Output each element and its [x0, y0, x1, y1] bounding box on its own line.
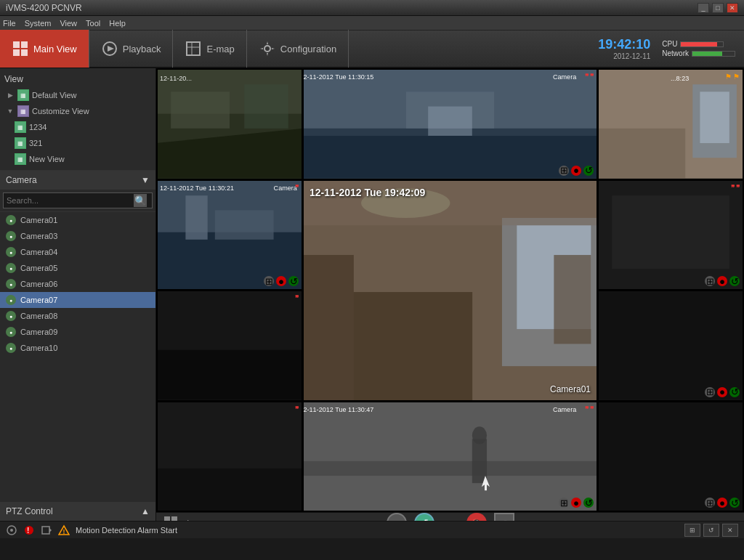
stop-all-button[interactable]: ■	[387, 513, 407, 521]
screenshot-btn-r3c3[interactable]: ⊞	[705, 387, 715, 397]
refresh-btn-r2c1[interactable]: ↺	[288, 276, 299, 286]
r4c2-controls: ⊞ ● ↺	[559, 498, 594, 508]
tree-item-customize-view[interactable]: ▼ ▦ Customize View	[3, 103, 153, 119]
minimize-button[interactable]: _	[698, 3, 709, 13]
svg-rect-60	[164, 516, 170, 521]
stop-btn-r3c3[interactable]: ●	[717, 387, 727, 397]
camera-item-Camera09[interactable]: ● Camera09	[0, 324, 155, 340]
ptz-section[interactable]: PTZ Control ▲	[0, 502, 155, 521]
camera-cell-r3c1[interactable]: ❞	[157, 291, 302, 401]
refresh-btn-r4c2[interactable]: ↺	[583, 498, 594, 508]
main-view-icon	[12, 40, 29, 57]
screenshot-btn-r4c3[interactable]: ⊞	[705, 498, 715, 508]
camera-cell-r3c3[interactable]: ⊞ ● ↺	[598, 291, 743, 401]
status-btn-2[interactable]: ↺	[703, 524, 719, 537]
refresh-btn-r2c3[interactable]: ↺	[729, 276, 740, 286]
dropdown-arrow-button[interactable]: ▼	[442, 514, 459, 521]
stop-btn-r2c3[interactable]: ●	[717, 276, 727, 286]
screenshot-btn-r4c2[interactable]: ⊞	[559, 498, 569, 508]
bottom-toolbar: ▶ ■ ↺ ▼ 🔇 ⤢	[156, 512, 744, 521]
close-button[interactable]: ✕	[727, 3, 738, 13]
refresh-all-button[interactable]: ↺	[414, 513, 434, 521]
tree-item-new-view[interactable]: ▦ New View	[12, 151, 153, 167]
mute-button[interactable]: 🔇	[466, 513, 487, 521]
new-view-label: New View	[29, 155, 65, 163]
camera-item-Camera10[interactable]: ● Camera10	[0, 340, 155, 356]
next-button[interactable]: ▶	[182, 514, 200, 521]
alarm-q2-icon-r1c2: ❞	[590, 73, 594, 81]
camera-cell-r4c1[interactable]: ❞	[157, 402, 302, 512]
camera-icon-Camera06: ●	[6, 279, 16, 289]
menu-view[interactable]: View	[60, 19, 77, 28]
menu-help[interactable]: Help	[109, 19, 126, 28]
menu-file[interactable]: File	[3, 19, 16, 28]
screenshot-btn-r1c2[interactable]: ⊞	[559, 166, 569, 176]
view-1234-icon: ▦	[15, 121, 26, 133]
svg-rect-3	[21, 49, 28, 56]
stop-btn-r4c3[interactable]: ●	[717, 498, 727, 508]
nav-playback[interactable]: Playback	[89, 30, 174, 68]
refresh-btn-r1c2[interactable]: ↺	[583, 166, 594, 176]
camera-label-Camera05: Camera05	[20, 264, 57, 272]
camera-section: Camera ▼ 🔍	[0, 171, 155, 212]
tree-item-321[interactable]: ▦ 321	[12, 135, 153, 151]
status-btn-1[interactable]: ⊞	[684, 524, 700, 537]
camera-cell-r1c3[interactable]: ...8:23 ⚑ ⚑	[598, 69, 743, 179]
stop-btn-r4c2[interactable]: ●	[571, 498, 581, 508]
camera-section-header[interactable]: Camera ▼	[0, 171, 155, 190]
camera-search-button[interactable]: 🔍	[134, 194, 147, 207]
svg-rect-45	[612, 195, 729, 269]
nav-configuration[interactable]: Configuration	[247, 30, 349, 68]
view-section-title: View	[3, 71, 153, 87]
nav-main-view[interactable]: Main View	[0, 30, 89, 68]
camera-search-input[interactable]	[3, 192, 153, 208]
camera-cell-large[interactable]: 12-11-2012 Tue 19:42:09 Camera01	[303, 180, 597, 401]
svg-rect-2	[13, 49, 20, 56]
svg-rect-0	[13, 41, 20, 48]
camera-item-Camera07[interactable]: ● Camera07	[0, 292, 155, 308]
camera-item-Camera06[interactable]: ● Camera06	[0, 276, 155, 292]
svg-rect-32	[215, 210, 274, 239]
svg-point-65	[10, 529, 13, 532]
alarm-icon-r2c3: ❞	[731, 184, 735, 192]
restore-button[interactable]: □	[712, 3, 724, 13]
svg-rect-50	[158, 468, 302, 511]
camera-item-Camera03[interactable]: ● Camera03	[0, 228, 155, 244]
search-wrap: 🔍	[3, 192, 153, 208]
menu-system[interactable]: System	[25, 19, 52, 28]
stop-btn-r2c1[interactable]: ●	[276, 276, 286, 286]
new-view-icon: ▦	[15, 153, 26, 165]
svg-rect-59	[599, 402, 743, 511]
alarm-icon-r3c1: ❞	[295, 294, 299, 302]
camera-item-Camera08[interactable]: ● Camera08	[0, 308, 155, 324]
nav-emap[interactable]: E-map	[173, 30, 246, 68]
camera-cell-r4c2[interactable]: 12-11-2012 Tue 11:30:47 Camera ❞ ❞ ⊞ ● ↺	[303, 402, 597, 512]
screenshot-btn-r2c1[interactable]: ⊞	[264, 276, 274, 286]
camera-cell-r1c1[interactable]: 12-11-20...	[157, 69, 302, 179]
camera-item-Camera01[interactable]: ● Camera01	[0, 212, 155, 228]
camera-cell-r1c2[interactable]: 12-11-2012 Tue 11:30:15 Camera ❞ ❞ ⊞ ● ↺	[303, 69, 597, 179]
stop-btn-r1c2[interactable]: ●	[571, 166, 581, 176]
tree-item-1234[interactable]: ▦ 1234	[12, 119, 153, 135]
svg-text:!: !	[63, 528, 65, 535]
camera-cell-r4c3[interactable]: ⊞ ● ↺	[598, 402, 743, 512]
r1c2-top-icons: ❞ ❞	[585, 73, 594, 81]
status-alert-icon: !	[23, 524, 35, 536]
status-btn-3[interactable]: ✕	[722, 524, 738, 537]
expand-button[interactable]: ⤢	[494, 513, 514, 521]
menu-tool[interactable]: Tool	[86, 19, 100, 28]
camera-item-Camera05[interactable]: ● Camera05	[0, 260, 155, 276]
tree-item-default-view[interactable]: ▶ ▦ Default View	[3, 87, 153, 103]
layout-button[interactable]	[162, 514, 179, 521]
refresh-btn-r3c3[interactable]: ↺	[729, 387, 740, 397]
resource-bars: CPU Network	[662, 40, 735, 57]
camera-item-Camera04[interactable]: ● Camera04	[0, 244, 155, 260]
camera-section-title: Camera	[6, 175, 37, 185]
camera-cell-r2c1[interactable]: 12-11-2012 Tue 11:30:21 Camera ❞ ⊞ ● ↺	[157, 180, 302, 291]
svg-rect-6	[187, 42, 200, 55]
camera-cell-r2c3[interactable]: ❞ ❞ ⊞ ● ↺	[598, 180, 743, 291]
screenshot-btn-r2c3[interactable]: ⊞	[705, 276, 715, 286]
svg-text:Camera: Camera	[553, 73, 577, 81]
svg-text:!: !	[27, 527, 29, 535]
refresh-btn-r4c3[interactable]: ↺	[729, 498, 740, 508]
